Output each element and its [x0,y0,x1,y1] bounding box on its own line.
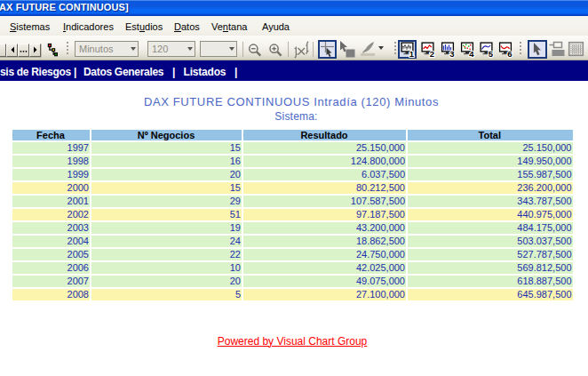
svg-text:2: 2 [430,49,434,59]
svg-text:5: 5 [489,49,494,59]
svg-text:1: 1 [409,49,415,59]
svg-text:3: 3 [449,49,454,59]
svg-text:6: 6 [507,49,512,59]
svg-text:4: 4 [469,49,474,59]
